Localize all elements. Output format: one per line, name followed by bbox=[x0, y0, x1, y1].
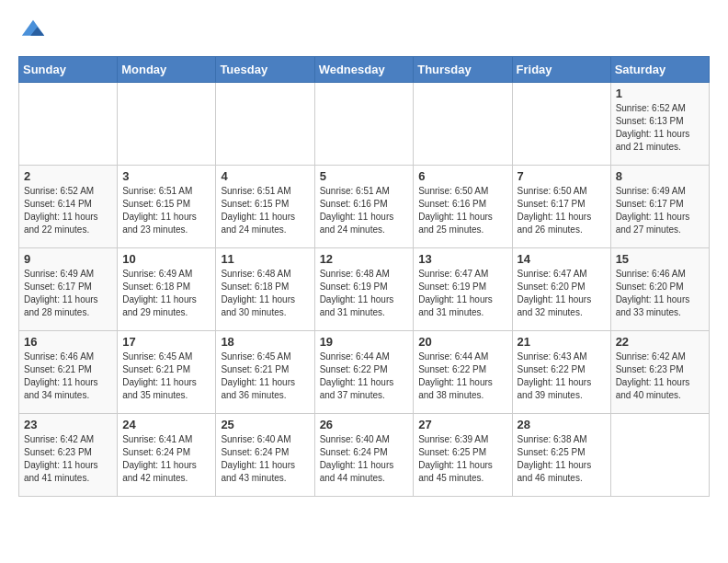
logo-icon bbox=[20, 18, 46, 44]
calendar-cell: 20Sunrise: 6:44 AM Sunset: 6:22 PM Dayli… bbox=[414, 331, 512, 414]
day-info: Sunrise: 6:46 AM Sunset: 6:20 PM Dayligh… bbox=[616, 268, 704, 319]
day-number: 3 bbox=[122, 169, 210, 183]
day-number: 1 bbox=[616, 86, 704, 100]
day-info: Sunrise: 6:39 AM Sunset: 6:25 PM Dayligh… bbox=[418, 433, 506, 485]
calendar-week-row: 2Sunrise: 6:52 AM Sunset: 6:14 PM Daylig… bbox=[19, 166, 710, 248]
day-info: Sunrise: 6:43 AM Sunset: 6:22 PM Dayligh… bbox=[518, 350, 606, 402]
weekday-header: Monday bbox=[118, 57, 216, 83]
calendar-cell: 3Sunrise: 6:51 AM Sunset: 6:15 PM Daylig… bbox=[118, 166, 216, 248]
calendar-cell bbox=[19, 83, 118, 166]
calendar-week-row: 1Sunrise: 6:52 AM Sunset: 6:13 PM Daylig… bbox=[19, 83, 710, 166]
day-number: 16 bbox=[24, 335, 112, 349]
calendar-cell: 6Sunrise: 6:50 AM Sunset: 6:16 PM Daylig… bbox=[414, 166, 512, 248]
calendar-cell: 18Sunrise: 6:45 AM Sunset: 6:21 PM Dayli… bbox=[216, 331, 314, 414]
day-info: Sunrise: 6:47 AM Sunset: 6:20 PM Dayligh… bbox=[518, 268, 606, 319]
calendar-cell: 14Sunrise: 6:47 AM Sunset: 6:20 PM Dayli… bbox=[512, 248, 610, 331]
day-number: 7 bbox=[518, 169, 606, 183]
day-number: 4 bbox=[221, 169, 309, 183]
calendar-week-row: 23Sunrise: 6:42 AM Sunset: 6:23 PM Dayli… bbox=[19, 414, 710, 497]
calendar-cell: 10Sunrise: 6:49 AM Sunset: 6:18 PM Dayli… bbox=[118, 248, 216, 331]
day-info: Sunrise: 6:49 AM Sunset: 6:18 PM Dayligh… bbox=[122, 268, 210, 319]
calendar-week-row: 16Sunrise: 6:46 AM Sunset: 6:21 PM Dayli… bbox=[19, 331, 710, 414]
day-info: Sunrise: 6:49 AM Sunset: 6:17 PM Dayligh… bbox=[24, 268, 112, 319]
calendar-cell: 16Sunrise: 6:46 AM Sunset: 6:21 PM Dayli… bbox=[19, 331, 118, 414]
day-number: 15 bbox=[616, 252, 704, 266]
calendar-cell: 5Sunrise: 6:51 AM Sunset: 6:16 PM Daylig… bbox=[314, 166, 414, 248]
calendar-cell: 11Sunrise: 6:48 AM Sunset: 6:18 PM Dayli… bbox=[216, 248, 314, 331]
day-number: 6 bbox=[418, 169, 506, 183]
day-number: 26 bbox=[320, 418, 409, 431]
calendar-cell: 24Sunrise: 6:41 AM Sunset: 6:24 PM Dayli… bbox=[118, 414, 216, 497]
calendar-cell: 27Sunrise: 6:39 AM Sunset: 6:25 PM Dayli… bbox=[414, 414, 512, 497]
calendar-cell: 19Sunrise: 6:44 AM Sunset: 6:22 PM Dayli… bbox=[314, 331, 414, 414]
day-info: Sunrise: 6:38 AM Sunset: 6:25 PM Dayligh… bbox=[518, 433, 606, 485]
day-info: Sunrise: 6:40 AM Sunset: 6:24 PM Dayligh… bbox=[320, 433, 409, 485]
day-info: Sunrise: 6:48 AM Sunset: 6:18 PM Dayligh… bbox=[221, 268, 309, 319]
day-number: 22 bbox=[616, 335, 704, 349]
day-number: 20 bbox=[418, 335, 506, 349]
day-number: 28 bbox=[518, 418, 606, 431]
day-info: Sunrise: 6:51 AM Sunset: 6:15 PM Dayligh… bbox=[122, 185, 210, 236]
day-info: Sunrise: 6:46 AM Sunset: 6:21 PM Dayligh… bbox=[24, 350, 112, 402]
weekday-header-row: SundayMondayTuesdayWednesdayThursdayFrid… bbox=[19, 57, 710, 83]
calendar-cell: 9Sunrise: 6:49 AM Sunset: 6:17 PM Daylig… bbox=[19, 248, 118, 331]
day-number: 23 bbox=[24, 418, 112, 431]
day-info: Sunrise: 6:49 AM Sunset: 6:17 PM Dayligh… bbox=[616, 185, 704, 236]
calendar-cell: 2Sunrise: 6:52 AM Sunset: 6:14 PM Daylig… bbox=[19, 166, 118, 248]
weekday-header: Saturday bbox=[610, 57, 709, 83]
day-number: 27 bbox=[418, 418, 506, 431]
day-number: 12 bbox=[320, 252, 409, 266]
calendar-week-row: 9Sunrise: 6:49 AM Sunset: 6:17 PM Daylig… bbox=[19, 248, 710, 331]
day-info: Sunrise: 6:50 AM Sunset: 6:16 PM Dayligh… bbox=[418, 185, 506, 236]
calendar-cell bbox=[216, 83, 314, 166]
calendar-cell bbox=[314, 83, 414, 166]
day-info: Sunrise: 6:52 AM Sunset: 6:13 PM Dayligh… bbox=[616, 102, 704, 154]
calendar-cell: 15Sunrise: 6:46 AM Sunset: 6:20 PM Dayli… bbox=[610, 248, 709, 331]
page-header bbox=[18, 18, 710, 49]
day-number: 17 bbox=[122, 335, 210, 349]
calendar-cell: 12Sunrise: 6:48 AM Sunset: 6:19 PM Dayli… bbox=[314, 248, 414, 331]
day-info: Sunrise: 6:50 AM Sunset: 6:17 PM Dayligh… bbox=[518, 185, 606, 236]
day-number: 13 bbox=[418, 252, 506, 266]
day-info: Sunrise: 6:51 AM Sunset: 6:15 PM Dayligh… bbox=[221, 185, 309, 236]
calendar-cell: 28Sunrise: 6:38 AM Sunset: 6:25 PM Dayli… bbox=[512, 414, 610, 497]
day-number: 9 bbox=[24, 252, 112, 266]
day-info: Sunrise: 6:42 AM Sunset: 6:23 PM Dayligh… bbox=[24, 433, 112, 485]
weekday-header: Thursday bbox=[414, 57, 512, 83]
day-number: 18 bbox=[221, 335, 309, 349]
day-info: Sunrise: 6:41 AM Sunset: 6:24 PM Dayligh… bbox=[122, 433, 210, 485]
day-number: 5 bbox=[320, 169, 409, 183]
calendar-cell: 4Sunrise: 6:51 AM Sunset: 6:15 PM Daylig… bbox=[216, 166, 314, 248]
day-info: Sunrise: 6:52 AM Sunset: 6:14 PM Dayligh… bbox=[24, 185, 112, 236]
calendar-cell: 13Sunrise: 6:47 AM Sunset: 6:19 PM Dayli… bbox=[414, 248, 512, 331]
calendar-cell bbox=[610, 414, 709, 497]
calendar-cell: 25Sunrise: 6:40 AM Sunset: 6:24 PM Dayli… bbox=[216, 414, 314, 497]
calendar-cell: 8Sunrise: 6:49 AM Sunset: 6:17 PM Daylig… bbox=[610, 166, 709, 248]
day-number: 14 bbox=[518, 252, 606, 266]
calendar-cell: 17Sunrise: 6:45 AM Sunset: 6:21 PM Dayli… bbox=[118, 331, 216, 414]
day-number: 21 bbox=[518, 335, 606, 349]
calendar-cell: 23Sunrise: 6:42 AM Sunset: 6:23 PM Dayli… bbox=[19, 414, 118, 497]
day-number: 2 bbox=[24, 169, 112, 183]
day-number: 24 bbox=[122, 418, 210, 431]
day-info: Sunrise: 6:45 AM Sunset: 6:21 PM Dayligh… bbox=[221, 350, 309, 402]
day-number: 10 bbox=[122, 252, 210, 266]
logo bbox=[18, 18, 46, 49]
calendar-cell: 7Sunrise: 6:50 AM Sunset: 6:17 PM Daylig… bbox=[512, 166, 610, 248]
calendar-cell bbox=[512, 83, 610, 166]
weekday-header: Sunday bbox=[19, 57, 118, 83]
day-info: Sunrise: 6:51 AM Sunset: 6:16 PM Dayligh… bbox=[320, 185, 409, 236]
calendar-cell: 22Sunrise: 6:42 AM Sunset: 6:23 PM Dayli… bbox=[610, 331, 709, 414]
day-info: Sunrise: 6:47 AM Sunset: 6:19 PM Dayligh… bbox=[418, 268, 506, 319]
weekday-header: Wednesday bbox=[314, 57, 414, 83]
calendar-cell bbox=[118, 83, 216, 166]
day-info: Sunrise: 6:40 AM Sunset: 6:24 PM Dayligh… bbox=[221, 433, 309, 485]
weekday-header: Tuesday bbox=[216, 57, 314, 83]
calendar-cell: 21Sunrise: 6:43 AM Sunset: 6:22 PM Dayli… bbox=[512, 331, 610, 414]
day-number: 25 bbox=[221, 418, 309, 431]
day-number: 8 bbox=[616, 169, 704, 183]
calendar-cell: 1Sunrise: 6:52 AM Sunset: 6:13 PM Daylig… bbox=[610, 83, 709, 166]
day-number: 19 bbox=[320, 335, 409, 349]
day-info: Sunrise: 6:44 AM Sunset: 6:22 PM Dayligh… bbox=[418, 350, 506, 402]
calendar-table: SundayMondayTuesdayWednesdayThursdayFrid… bbox=[18, 56, 710, 497]
